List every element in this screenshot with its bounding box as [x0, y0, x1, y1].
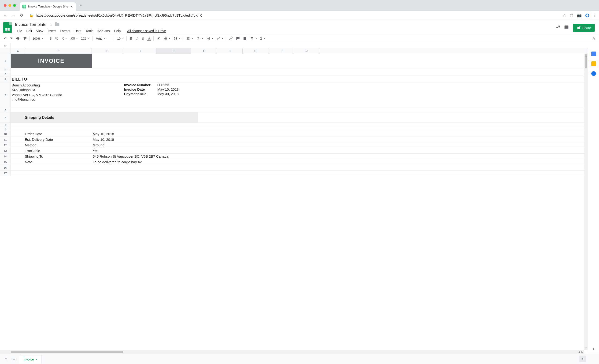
fill-color-button[interactable] — [155, 36, 162, 41]
col-D[interactable]: D — [123, 48, 156, 49]
menu-help[interactable]: Help — [112, 28, 123, 34]
bookmark-star-icon[interactable]: ☆ — [563, 13, 566, 18]
sheets-favicon-icon — [22, 5, 26, 9]
col-E[interactable]: E — [156, 48, 191, 49]
menu-format[interactable]: Format — [58, 28, 72, 34]
comments-icon[interactable] — [564, 25, 569, 31]
minimize-window-icon[interactable] — [9, 4, 11, 7]
col-G[interactable]: G — [217, 48, 243, 49]
h-align-button[interactable] — [185, 36, 194, 41]
menu-file[interactable]: File — [15, 28, 24, 34]
window-controls — [4, 4, 16, 7]
col-I[interactable]: I — [268, 48, 294, 49]
chart-button[interactable] — [242, 36, 248, 41]
star-icon[interactable]: ☆ — [49, 22, 53, 27]
save-status[interactable]: All changes saved in Drive — [125, 28, 168, 34]
italic-button[interactable]: I — [134, 35, 140, 42]
collapse-toolbar-button[interactable]: ᐱ — [591, 36, 597, 41]
col-J[interactable]: J — [294, 48, 320, 49]
side-panel: › — [588, 48, 599, 49]
menu-addons[interactable]: Add-ons — [96, 28, 112, 34]
omnibox-actions: ☆ ▢ 📷 ⋮ — [563, 13, 597, 18]
decrease-decimal-button[interactable]: .0← — [60, 36, 69, 41]
move-folder-icon[interactable] — [55, 23, 59, 26]
menu-insert[interactable]: Insert — [46, 28, 58, 34]
paint-format-button[interactable] — [22, 36, 28, 41]
number-format-select[interactable]: 123 — [80, 36, 91, 41]
browser-tab[interactable]: Invoice Template - Google She ✕ — [20, 2, 76, 11]
close-window-icon[interactable] — [4, 4, 7, 7]
column-headers: A B C D E F G H I J — [0, 48, 588, 49]
camera-icon[interactable]: 📷 — [577, 13, 582, 18]
tab-title: Invoice Template - Google She — [28, 5, 68, 8]
menu-edit[interactable]: Edit — [25, 28, 34, 34]
borders-button[interactable] — [162, 36, 172, 41]
currency-button[interactable]: $ — [48, 36, 53, 41]
browser-toolbar: ← → ⟳ 🔒 https://docs.google.com/spreadsh… — [0, 11, 599, 20]
menubar: File Edit View Insert Format Data Tools … — [15, 28, 596, 34]
link-button[interactable] — [228, 36, 234, 41]
merge-button[interactable] — [172, 36, 182, 41]
zoom-select[interactable]: 100% — [31, 36, 45, 41]
functions-button[interactable]: Σ — [259, 36, 267, 41]
col-A[interactable]: A — [11, 48, 25, 49]
filter-button[interactable] — [249, 36, 258, 41]
comment-button[interactable] — [235, 36, 241, 41]
menu-view[interactable]: View — [35, 28, 45, 34]
doc-header: Invoice Template ☆ File Edit View Insert… — [0, 20, 599, 34]
toolbar: ↶ ↷ 100% $ % .0← .00→ 123 Arial 10 B I S… — [0, 34, 599, 43]
activity-icon[interactable] — [555, 25, 560, 31]
redo-button[interactable]: ↷ — [9, 36, 14, 41]
bold-button[interactable]: B — [128, 35, 134, 42]
strikethrough-button[interactable]: S — [140, 36, 146, 42]
cast-icon[interactable]: ▢ — [570, 13, 573, 18]
col-B[interactable]: B — [25, 48, 92, 49]
increase-decimal-button[interactable]: .00→ — [69, 36, 79, 41]
back-button[interactable]: ← — [2, 13, 8, 18]
col-F[interactable]: F — [191, 48, 217, 49]
tab-close-icon[interactable]: ✕ — [70, 5, 73, 9]
print-button[interactable] — [15, 36, 21, 41]
browser-tabstrip: Invoice Template - Google She ✕ + — [0, 0, 599, 11]
v-align-button[interactable] — [195, 36, 204, 41]
percent-button[interactable]: % — [54, 36, 60, 41]
wrap-button[interactable] — [205, 36, 214, 41]
sheets-logo-icon[interactable] — [3, 22, 12, 33]
col-C[interactable]: C — [92, 48, 123, 49]
menu-tools[interactable]: Tools — [84, 28, 95, 34]
doc-title[interactable]: Invoice Template — [15, 22, 47, 27]
font-select[interactable]: Arial — [94, 36, 113, 41]
profile-icon[interactable] — [585, 14, 589, 17]
reload-button[interactable]: ⟳ — [19, 13, 24, 18]
share-button[interactable]: Share — [573, 24, 595, 32]
text-color-button[interactable]: A — [146, 36, 152, 42]
select-all-corner[interactable] — [0, 48, 11, 49]
address-bar[interactable]: 🔒 https://docs.google.com/spreadsheets/d… — [28, 13, 559, 18]
new-tab-button[interactable]: + — [76, 3, 86, 8]
share-label: Share — [582, 26, 591, 30]
font-size-select[interactable]: 10 — [116, 36, 125, 41]
forward-button: → — [11, 13, 16, 18]
browser-menu-icon[interactable]: ⋮ — [593, 13, 597, 18]
url-text: https://docs.google.com/spreadsheets/d/1… — [36, 13, 202, 17]
col-H[interactable]: H — [243, 48, 268, 49]
spreadsheet: A B C D E F G H I J 1 INVOICE 2 3 4 BILL… — [0, 48, 588, 49]
rotate-button[interactable] — [215, 36, 225, 41]
lock-icon: 🔒 — [29, 13, 34, 18]
maximize-window-icon[interactable] — [13, 4, 16, 7]
menu-data[interactable]: Data — [73, 28, 83, 34]
undo-button[interactable]: ↶ — [2, 36, 8, 41]
